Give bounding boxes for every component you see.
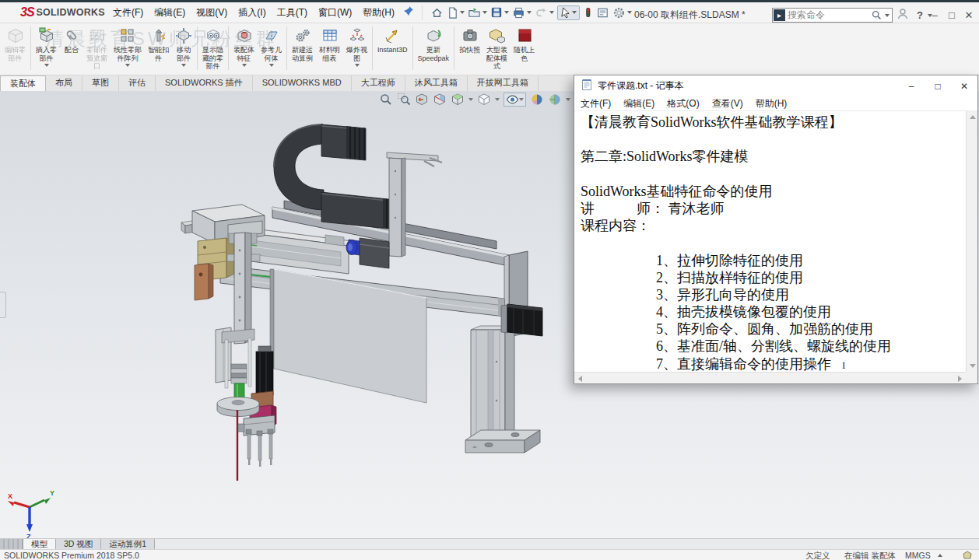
status-tag-icon[interactable] — [963, 551, 972, 560]
maximize-button[interactable]: □ — [943, 9, 960, 21]
ribbon-separator — [30, 26, 31, 70]
tab-sw-mbd[interactable]: SOLIDWORKS MBD — [253, 75, 352, 91]
notepad-vertical-scrollbar[interactable] — [966, 111, 977, 372]
dropdown-caret[interactable] — [269, 64, 274, 67]
dropdown-caret[interactable] — [44, 64, 49, 67]
settings-gear-button[interactable] — [612, 6, 632, 19]
pin-menu-icon[interactable] — [403, 5, 414, 19]
tab-evaluate[interactable]: 评估 — [119, 75, 156, 91]
tab-dagongchengshi[interactable]: 大工程师 — [352, 75, 405, 91]
y-axis-motor[interactable] — [501, 304, 542, 336]
tab-3d-views[interactable]: 3D 视图 — [56, 539, 101, 549]
tab-model[interactable]: 模型 — [23, 539, 56, 549]
help-button[interactable]: ? — [917, 5, 923, 26]
notepad-window[interactable]: 零件课题.txt - 记事本 – □ ✕ 文件(F) 编辑(E) 格式(O) 查… — [574, 75, 978, 384]
ribbon-button-bill-of-materials[interactable]: 材料明 细表 — [316, 23, 343, 62]
interference-icon[interactable] — [583, 6, 593, 19]
ribbon-button-random-color[interactable]: 随机上 色 — [511, 23, 538, 62]
notepad-menu-edit[interactable]: 编辑(E) — [617, 97, 661, 110]
units-caret[interactable] — [938, 554, 942, 557]
new-caret[interactable] — [460, 11, 465, 14]
tab-kaibawang-toolbox[interactable]: 开拔网工具箱 — [468, 75, 539, 91]
ribbon-button-reference-geometry[interactable]: 参考几 何体 — [258, 23, 285, 67]
3d-model-viewport[interactable]: X Y Z — [0, 91, 574, 538]
undo-caret[interactable] — [549, 11, 554, 14]
ribbon-button-move-component[interactable]: 移动 部件 — [172, 23, 195, 67]
notepad-menu-view[interactable]: 查看(V) — [706, 97, 749, 110]
print-button[interactable] — [512, 6, 532, 19]
menu-view[interactable]: 视图(V) — [191, 2, 233, 23]
tab-mufeng-toolbox[interactable]: 沐风工具箱 — [405, 75, 468, 91]
notepad-menu-file[interactable]: 文件(F) — [574, 97, 617, 110]
save-caret[interactable] — [504, 11, 509, 14]
menu-window[interactable]: 窗口(W) — [313, 2, 357, 23]
save-button[interactable] — [490, 6, 509, 19]
ribbon-button-show-hidden[interactable]: 显示隐 藏的零 部件 — [199, 23, 226, 71]
notepad-menu-help[interactable]: 帮助(H) — [749, 97, 794, 110]
ribbon-separator — [454, 26, 454, 70]
select-caret[interactable] — [572, 11, 577, 14]
menu-file[interactable]: 文件(F) — [107, 2, 149, 23]
tab-sketch[interactable]: 草图 — [82, 75, 119, 91]
command-search-box[interactable]: ▸ 搜索命令 — [772, 8, 893, 23]
tab-sw-addins[interactable]: SOLIDWORKS 插件 — [156, 75, 253, 91]
print-caret[interactable] — [527, 11, 532, 14]
ribbon-button-take-snapshot[interactable]: 拍快照 — [456, 23, 483, 54]
ribbon-button-instant3d[interactable]: Instant3D — [374, 23, 411, 54]
user-account-icon[interactable] — [897, 8, 909, 23]
undo-button[interactable] — [535, 6, 554, 19]
tab-motion-study[interactable]: 运动算例1 — [101, 539, 155, 549]
solidworks-logo-icon: 3S — [20, 5, 34, 19]
right-leg[interactable] — [471, 326, 514, 442]
ribbon-button-new-motion-study[interactable]: 新建运 动算例 — [289, 23, 316, 62]
ribbon-button-smart-fasteners[interactable]: 智能扣 件 — [145, 23, 172, 62]
ribbon-button-update-speedpak[interactable]: 更新 Speedpak — [415, 23, 453, 62]
notepad-line: 【清晨教育SolidWorks软件基础教学课程】 — [581, 113, 964, 130]
dropdown-caret[interactable] — [355, 64, 360, 67]
dropdown-caret[interactable] — [242, 64, 247, 67]
menu-insert[interactable]: 插入(I) — [233, 2, 271, 23]
menu-help[interactable]: 帮助(H) — [357, 2, 400, 23]
tab-assembly[interactable]: 装配体 — [0, 75, 46, 91]
ribbon-button-component-preview[interactable]: 零部件 预览窗 口 — [83, 23, 111, 71]
open-caret[interactable] — [482, 11, 487, 14]
minimize-button[interactable]: – — [926, 9, 943, 21]
menu-edit[interactable]: 编辑(E) — [149, 2, 191, 23]
ribbon-button-insert-component[interactable]: 插入零 部件 — [33, 23, 60, 67]
ribbon-button-edit-component[interactable]: 编辑零 部件 — [2, 23, 29, 62]
notepad-text-area[interactable]: 【清晨教育SolidWorks软件基础教学课程】 第二章:SolidWorks零… — [574, 111, 977, 383]
menu-tools[interactable]: 工具(T) — [272, 2, 313, 23]
ribbon-button-large-assembly-mode[interactable]: 大型装 配体模 式 — [483, 23, 511, 71]
reference-geometry-icon — [263, 26, 280, 44]
ribbon-button-mate[interactable]: 配合 — [60, 23, 83, 54]
home-button[interactable] — [430, 6, 444, 19]
leg-base-plate[interactable] — [465, 430, 540, 453]
notepad-titlebar[interactable]: 零件课题.txt - 记事本 – □ ✕ — [574, 75, 977, 96]
tab-layout[interactable]: 布局 — [46, 75, 82, 91]
ribbon-button-assembly-features[interactable]: 装配体 特征 — [230, 23, 258, 67]
open-button[interactable] — [468, 6, 487, 19]
ribbon-separator — [197, 26, 198, 70]
notepad-menu-format[interactable]: 格式(O) — [661, 97, 705, 110]
bill-of-materials-icon — [321, 26, 339, 44]
quick-access-toolbar — [422, 5, 633, 20]
select-tool-button[interactable] — [557, 5, 580, 20]
search-icon[interactable] — [871, 9, 883, 21]
close-button[interactable]: ✕ — [960, 9, 977, 21]
notepad-horizontal-scrollbar[interactable] — [574, 372, 966, 383]
notepad-close-button[interactable]: ✕ — [951, 81, 977, 92]
gear-caret[interactable] — [627, 11, 632, 14]
options-list-icon[interactable] — [596, 6, 609, 19]
dropdown-caret[interactable] — [181, 64, 186, 67]
dropdown-caret[interactable] — [125, 64, 130, 67]
status-units[interactable]: MMGS — [905, 551, 931, 560]
notepad-minimize-button[interactable]: – — [898, 81, 925, 92]
ribbon-button-linear-pattern[interactable]: 线性零部 件阵列 — [111, 23, 145, 67]
notepad-maximize-button[interactable]: □ — [925, 81, 951, 92]
status-under-defined: 欠定义 — [805, 551, 830, 560]
new-document-button[interactable] — [447, 6, 465, 19]
notepad-text[interactable]: 【清晨教育SolidWorks软件基础教学课程】 第二章:SolidWorks零… — [574, 111, 966, 372]
tab-scroll-control[interactable] — [0, 539, 23, 549]
search-caret[interactable] — [885, 14, 890, 17]
ribbon-button-exploded-view[interactable]: 爆炸视 图 — [343, 23, 370, 67]
